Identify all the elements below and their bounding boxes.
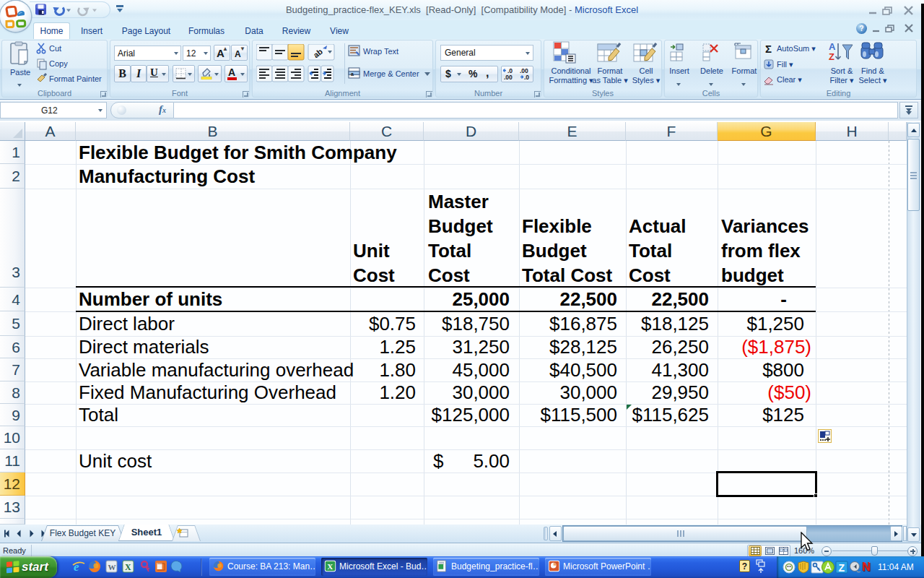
- svg-text:Z: Z: [839, 562, 845, 574]
- svg-text:W: W: [108, 563, 116, 571]
- svg-text:a: a: [351, 72, 354, 77]
- svg-text:X: X: [125, 562, 131, 572]
- svg-text:.0: .0: [524, 74, 529, 81]
- svg-text:X: X: [327, 562, 333, 571]
- svg-text:A: A: [829, 41, 836, 52]
- svg-text:.00: .00: [504, 74, 513, 81]
- svg-text:Z: Z: [829, 51, 834, 62]
